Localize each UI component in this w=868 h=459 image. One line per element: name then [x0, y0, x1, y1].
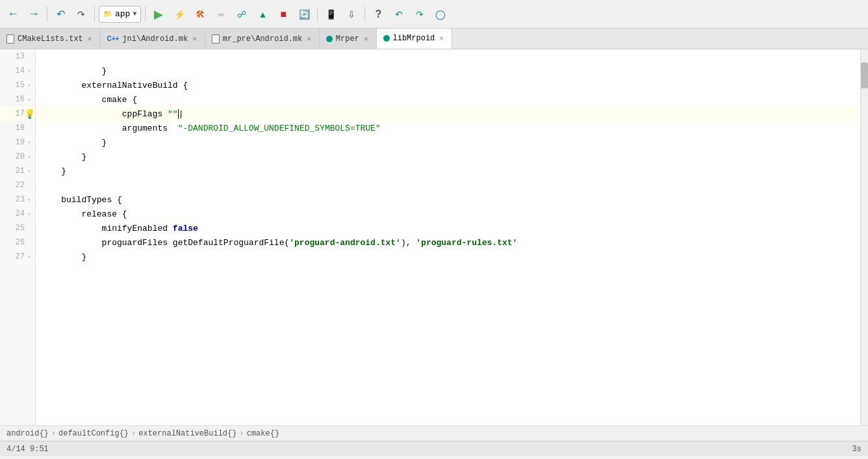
line-row-14: 14 ▿ [0, 64, 35, 78]
line-row-20: 20 ▿ [0, 150, 35, 164]
status-right: 3s [852, 445, 862, 454]
fold-14[interactable]: ▿ [26, 68, 32, 74]
tab-mrpre-close[interactable]: ✕ [305, 34, 313, 44]
fold-24[interactable]: ▿ [26, 211, 32, 217]
line-row-23: 23 ▿ [0, 192, 35, 207]
line-num-22: 22 [10, 181, 25, 190]
help-icon: ? [376, 8, 382, 20]
app-label: app [115, 9, 130, 19]
fold-23[interactable]: ▿ [26, 196, 32, 203]
line-num-25: 25 [10, 224, 25, 233]
attach-icon: ⎓ [218, 9, 223, 20]
libmrpoid-dot-icon [383, 35, 390, 42]
profile-icon: ▲ [258, 9, 267, 20]
fold-20[interactable]: ▿ [26, 153, 32, 160]
line-row-27: 27 ▿ [0, 250, 35, 264]
tab-jni-close[interactable]: ✕ [191, 34, 198, 44]
code-line-21: } [36, 164, 860, 178]
jni-cpp-icon: C++ [107, 35, 119, 42]
line-row-19: 19 ▿ [0, 135, 35, 150]
line-num-15: 15 [10, 81, 25, 90]
debug-button[interactable]: ⚡ [170, 5, 188, 23]
status-bar: 4/14 9:51 3s [0, 441, 868, 456]
code-line-17: cppFlags ""| [36, 107, 860, 121]
sync-button[interactable]: 🔄 [295, 5, 313, 23]
tab-mrper[interactable]: Mrper ✕ [320, 29, 377, 49]
undo-icon: ↶ [57, 8, 65, 20]
run-button[interactable]: ▶ [149, 5, 168, 23]
line-num-17: 17 [10, 109, 25, 118]
run-icon: ▶ [154, 7, 163, 21]
scrollbar-thumb[interactable] [861, 62, 868, 88]
code-line-25: minifyEnabled false [36, 221, 860, 235]
breadcrumb-defaultconfig[interactable]: defaultConfig{} [58, 429, 129, 438]
code-line-23: buildTypes { [36, 192, 860, 207]
code-line-20: } [36, 150, 860, 164]
avd-button[interactable]: 📱 [322, 5, 340, 23]
tab-libmrpoid-label: libMrpoid [393, 34, 435, 43]
breadcrumb-sep-1: › [51, 429, 56, 438]
right-scrollbar[interactable] [860, 49, 868, 425]
line-num-23: 23 [10, 195, 25, 204]
separator-5 [364, 7, 365, 22]
dropdown-arrow-icon: ▼ [133, 10, 136, 18]
back-icon: ← [7, 7, 19, 21]
line-row-24: 24 ▿ [0, 207, 35, 221]
redo2-button[interactable]: ↷ [411, 5, 429, 23]
forward-button[interactable]: → [25, 5, 43, 23]
fold-19[interactable]: ▿ [26, 139, 32, 146]
line-num-14: 14 [10, 66, 25, 75]
stop-button[interactable]: ■ [274, 5, 292, 23]
sdk-icon: ⇩ [348, 9, 355, 20]
breadcrumb-android[interactable]: android{} [6, 429, 49, 438]
undo2-icon: ↶ [395, 9, 403, 20]
tab-libmrpoid-close[interactable]: ✕ [438, 33, 445, 43]
undo-toolbar-button[interactable]: ↶ [51, 5, 70, 23]
help-button[interactable]: ? [369, 5, 387, 23]
multidevice-button[interactable]: ◯ [431, 5, 450, 23]
coverage-button[interactable]: ☍ [233, 5, 251, 23]
stop-icon: ■ [281, 8, 287, 20]
app-dropdown[interactable]: 📁 app ▼ [99, 6, 141, 23]
breadcrumb-sep-2: › [131, 429, 136, 438]
build-icon: 🛠 [196, 9, 205, 20]
breadcrumb-externalnativebuild[interactable]: externalNativeBuild{} [138, 429, 236, 438]
line-row-25: 25 [0, 221, 35, 235]
tab-cmake-close[interactable]: ✕ [86, 34, 94, 44]
code-line-27: } [36, 250, 860, 264]
tab-mrper-close[interactable]: ✕ [363, 34, 370, 44]
line-num-24: 24 [10, 209, 25, 218]
lightbulb-icon[interactable]: 💡 [26, 111, 32, 117]
line-row-16: 16 ▿ [0, 92, 35, 107]
coverage-icon: ☍ [237, 9, 246, 20]
fold-21[interactable]: ▿ [26, 168, 32, 174]
status-right-text: 3s [852, 445, 862, 454]
fold-16[interactable]: ▿ [26, 96, 32, 103]
code-content[interactable]: } externalNativeBuild { cmake { cppFlags… [36, 49, 860, 425]
sdk-button[interactable]: ⇩ [342, 5, 361, 23]
forward-icon: → [28, 7, 40, 21]
tab-mrpre[interactable]: mr_pre\Android.mk ✕ [205, 29, 320, 49]
app-folder-icon: 📁 [103, 10, 112, 18]
redo-toolbar-button[interactable]: ↷ [72, 5, 90, 23]
fold-26 [26, 239, 32, 246]
editor-container: 13 14 ▿ 15 ▿ 16 ▿ 17 💡 [0, 49, 868, 425]
breadcrumb-cmake[interactable]: cmake{} [247, 429, 279, 438]
build-button[interactable]: 🛠 [191, 5, 209, 23]
profile-button[interactable]: ▲ [253, 5, 272, 23]
fold-15[interactable]: ▿ [26, 82, 32, 88]
code-area: 13 14 ▿ 15 ▿ 16 ▿ 17 💡 [0, 49, 868, 425]
sync-icon: 🔄 [299, 9, 310, 20]
tab-jni-label: jni\Android.mk [122, 34, 188, 44]
tab-cmake[interactable]: CMakeLists.txt ✕ [0, 29, 100, 49]
fold-25 [26, 225, 32, 231]
back-button[interactable]: ← [4, 5, 22, 23]
fold-27[interactable]: ▿ [26, 254, 32, 260]
tab-jni[interactable]: C++ jni\Android.mk ✕ [100, 29, 205, 49]
attach-button[interactable]: ⎓ [212, 5, 230, 23]
undo2-button[interactable]: ↶ [390, 5, 408, 23]
line-row-17: 17 💡 [0, 107, 35, 121]
line-num-21: 21 [10, 166, 25, 176]
tab-libmrpoid[interactable]: libMrpoid ✕ [377, 29, 452, 49]
separator-3 [145, 7, 146, 22]
